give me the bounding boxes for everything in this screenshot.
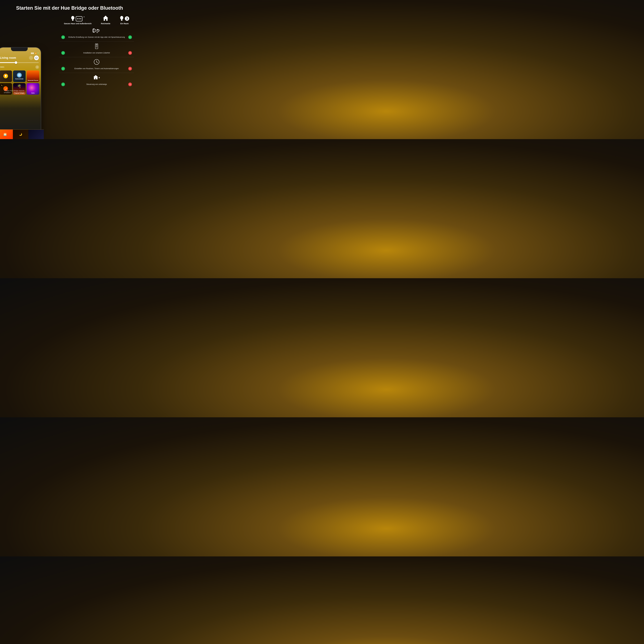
room-header: Living room ··· (0, 54, 41, 61)
svg-point-13 (97, 29, 98, 30)
svg-rect-15 (96, 44, 97, 45)
savannah-label: Savannah Sunset (27, 80, 39, 81)
clock-icon-area (59, 59, 134, 66)
wifi-icon: 📶 (35, 53, 36, 54)
svg-rect-18 (96, 47, 97, 47)
phone-notch (11, 48, 28, 51)
bluetooth-icon-group (120, 16, 129, 21)
svg-rect-10 (121, 20, 122, 20)
svg-marker-21 (93, 75, 98, 79)
bluetooth-icon (125, 16, 129, 21)
house-icon (102, 15, 109, 21)
svg-point-8 (120, 16, 123, 20)
green-check-icon-3: ✓ (61, 51, 65, 55)
scene-card-concentrate[interactable]: Concentrate (13, 70, 26, 82)
svg-point-12 (125, 16, 129, 21)
svg-rect-4 (72, 20, 73, 20)
feature-accessories: ✓ Installation von smartem Zubehör ✕ (59, 43, 134, 55)
feature-text-accessories: Installation von smartem Zubehör (67, 52, 126, 54)
accessory-icon-area (59, 43, 134, 50)
add-scene-button[interactable]: + (35, 65, 39, 69)
dots-overlay[interactable]: ··· (14, 84, 17, 87)
bulb-bt-icon (120, 16, 124, 21)
green-check-icon: ✓ (61, 35, 65, 39)
feature-row-scenes: ✓ Einfache Erstellung von Szenen mit der… (59, 35, 134, 39)
slider-thumb[interactable] (15, 61, 17, 64)
scene-card-savannah[interactable]: Savannah Sunset (27, 70, 39, 82)
feature-row-remote: ✓ Steuerung von unterwegs ✕ (59, 83, 134, 86)
reach-column-label: Reichweite (101, 22, 110, 25)
bridge-check-accessories: ✓ (59, 51, 67, 55)
asterisk-icon: * (83, 16, 85, 19)
svg-rect-5 (72, 20, 74, 20)
svg-rect-11 (121, 20, 122, 21)
red-cross-icon-2: ✕ (128, 67, 132, 70)
feature-routines: ✓ Einstellen von Routinen, Timern und Au… (59, 59, 134, 70)
svg-rect-2 (5, 77, 6, 77)
slider-track (0, 62, 39, 63)
feature-text-routines: Einstellen von Routinen, Timern und Auto… (67, 67, 126, 70)
bluetooth-column: Ein Raum (120, 16, 129, 25)
battery-icon: 🔋 (37, 53, 39, 54)
svg-rect-17 (96, 46, 97, 47)
reach-column: Reichweite (101, 15, 110, 25)
bridge-icon-group: * (71, 16, 85, 21)
remote-icon (93, 74, 100, 81)
features-comparison: * Ganzes Haus und Außenbereich Reichweit… (59, 14, 134, 88)
accessory-icon (94, 43, 99, 49)
divider-2 (59, 57, 134, 57)
room-title: Living room (0, 56, 16, 60)
concentrate-label: Concentrate (15, 78, 23, 80)
divider-3 (59, 73, 134, 73)
bridge-box-icon (76, 16, 82, 21)
brightness-slider[interactable] (0, 61, 41, 64)
edit-overlay[interactable]: ✏️ (0, 84, 3, 87)
voice-control-icon (91, 27, 102, 34)
svg-rect-16 (96, 46, 97, 46)
bluetooth-check-scenes: ✓ (126, 35, 134, 39)
bottom-scene-2: 🌙 (13, 130, 28, 139)
slider-fill (0, 62, 15, 63)
green-check-icon-2: ✓ (128, 35, 132, 39)
bottom-scene-1: 🌅 (0, 130, 13, 139)
feature-row-accessories: ✓ Installation von smartem Zubehör ✕ (59, 51, 134, 55)
red-cross-icon-3: ✕ (128, 83, 132, 86)
status-bar: ▋▋▋ 📶 🔋 (0, 52, 41, 54)
svg-rect-6 (72, 20, 73, 21)
power-button[interactable] (34, 56, 39, 60)
clock-icon (93, 59, 100, 65)
page-title: Starten Sie mit der Hue Bridge oder Blue… (0, 0, 139, 14)
red-cross-icon: ✕ (128, 51, 132, 55)
bluetooth-check-accessories: ✕ (126, 51, 134, 55)
svg-marker-7 (103, 16, 108, 21)
feature-remote: ✓ Steuerung von unterwegs ✕ (59, 74, 134, 86)
feature-scenes: ✓ Einfache Erstellung von Szenen mit der… (59, 27, 134, 39)
scenes-label: ENES (0, 66, 4, 68)
bridge-check-routines: ✓ (59, 67, 67, 70)
voice-icon-area (59, 27, 134, 35)
scene-card-read[interactable] (0, 70, 12, 82)
bluetooth-check-remote: ✕ (126, 83, 134, 86)
svg-point-0 (5, 75, 6, 77)
feature-text-remote: Steuerung von unterwegs (67, 83, 126, 86)
footnote: *Philips Hue Bridge separat erhältlich (4, 90, 30, 94)
feature-text-scenes: Einfache Erstellung von Szenen mit der A… (67, 36, 126, 39)
bridge-column: * Ganzes Haus und Außenbereich (64, 16, 91, 25)
bulb-icon (71, 16, 75, 21)
feature-row-routines: ✓ Einstellen von Routinen, Timern und Au… (59, 67, 134, 70)
bottom-scene-strip: 🌅 🌙 (0, 129, 44, 139)
bridge-check-remote: ✓ (59, 83, 67, 86)
bluetooth-column-label: Ein Raum (120, 22, 129, 25)
icons-row: * Ganzes Haus und Außenbereich Reichweit… (59, 14, 134, 25)
green-check-icon-5: ✓ (61, 83, 65, 86)
bridge-check-scenes: ✓ (59, 35, 67, 39)
signal-icon: ▋▋▋ (31, 53, 34, 54)
bluetooth-check-routines: ✕ (126, 67, 134, 70)
green-check-icon-4: ✓ (61, 67, 65, 70)
svg-point-3 (71, 16, 74, 20)
svg-rect-9 (121, 20, 122, 20)
more-options-button[interactable]: ··· (29, 56, 33, 60)
remote-icon-area (59, 74, 134, 82)
bridge-column-label: Ganzes Haus und Außenbereich (64, 22, 91, 25)
bottom-scene-3 (28, 130, 44, 139)
